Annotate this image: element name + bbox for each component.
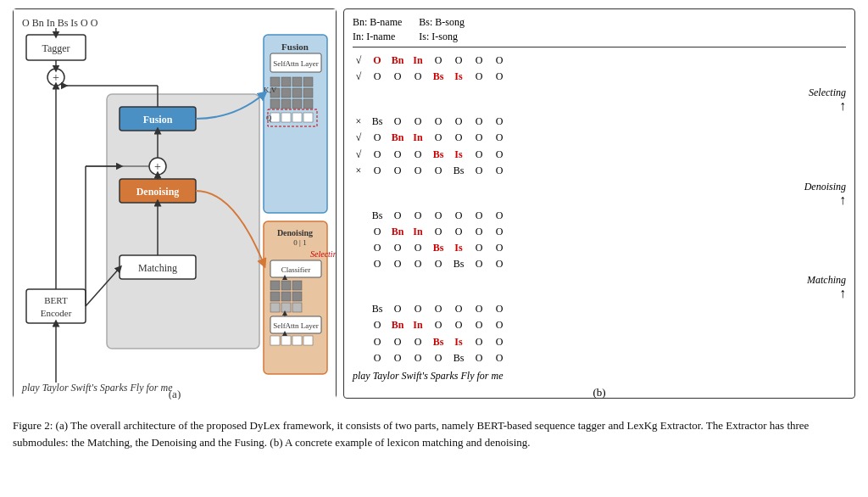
svg-rect-77 <box>303 336 313 345</box>
figure-caption: Figure 2: (a) The overall architecture o… <box>13 417 855 450</box>
svg-rect-74 <box>270 336 280 345</box>
svg-rect-75 <box>281 336 291 345</box>
fusion-row-1: √ O Bn In O O O O <box>353 53 846 69</box>
svg-text:SelfAttn Layer: SelfAttn Layer <box>273 321 319 330</box>
svg-text:K,V: K,V <box>264 86 277 94</box>
svg-rect-40 <box>303 77 313 87</box>
svg-text:Matching: Matching <box>138 262 177 274</box>
denoising-section: Denoising <box>353 181 846 193</box>
svg-rect-51 <box>281 113 291 122</box>
selecting-label: Selecting <box>809 87 846 99</box>
svg-rect-13 <box>107 94 259 349</box>
marker: √ <box>353 69 364 85</box>
svg-rect-64 <box>270 292 280 301</box>
svg-rect-42 <box>281 88 291 98</box>
den-row-4: O O O O Bs O O <box>353 256 846 272</box>
svg-rect-38 <box>281 77 291 87</box>
svg-rect-66 <box>292 292 302 301</box>
svg-rect-8 <box>26 289 86 323</box>
svg-rect-43 <box>292 88 302 98</box>
matching-label: Matching <box>807 274 846 287</box>
input-text-a: play Taylor Swift's Sparks Fly for me <box>21 382 173 394</box>
panel-a: play Taylor Swift's Sparks Fly for me O … <box>13 8 337 399</box>
fusion-rows: √ O Bn In O O O O √ O O O Bs Is O <box>353 53 846 85</box>
svg-text:Selecting: Selecting <box>310 249 336 259</box>
sel-row-2: √ O Bn In O O O O <box>353 130 846 146</box>
svg-text:Fusion: Fusion <box>143 114 173 126</box>
mat-row-2: O Bn In O O O O <box>353 317 846 333</box>
panel-a-svg: play Taylor Swift's Sparks Fly for me O … <box>14 9 336 399</box>
diagram-area: play Taylor Swift's Sparks Fly for me O … <box>13 8 855 399</box>
svg-rect-65 <box>281 292 291 301</box>
svg-rect-46 <box>281 99 291 109</box>
svg-rect-45 <box>270 99 280 109</box>
marker: √ <box>353 53 364 69</box>
svg-rect-67 <box>270 303 280 312</box>
svg-rect-39 <box>292 77 302 87</box>
input-text-b: play Taylor Swift's Sparks Fly for me <box>353 370 846 383</box>
svg-rect-63 <box>292 281 302 290</box>
mat-row-4: O O O O Bs O O <box>353 350 846 366</box>
den-row-2: O Bn In O O O O <box>353 224 846 240</box>
fusion-row-2: √ O O O Bs Is O O <box>353 69 846 85</box>
svg-text:+: + <box>53 71 59 84</box>
sel-row-1: × Bs O O O O O O <box>353 114 846 130</box>
svg-text:Denoising: Denoising <box>277 228 313 237</box>
svg-rect-76 <box>292 336 302 345</box>
sel-row-4: × O O O O Bs O O <box>353 163 846 179</box>
selecting-section: Selecting <box>353 87 846 99</box>
svg-text:Tagger: Tagger <box>42 42 70 54</box>
matching-section: Matching <box>353 274 846 287</box>
mat-row-3: O O O Bs Is O O <box>353 334 846 350</box>
svg-rect-47 <box>292 99 302 109</box>
legend-in: In: I-name <box>353 31 402 43</box>
svg-text:(a): (a) <box>169 388 181 399</box>
panel-b-label: (b) <box>353 386 846 399</box>
legend-left: Bn: B-name In: I-name <box>353 16 402 43</box>
svg-rect-68 <box>281 303 291 312</box>
main-container: play Taylor Swift's Sparks Fly for me O … <box>0 0 868 497</box>
svg-rect-44 <box>303 88 313 98</box>
svg-rect-62 <box>281 281 291 290</box>
panel-b: Bn: B-name In: I-name Bs: B-song Is: I-s… <box>343 8 855 399</box>
svg-rect-69 <box>292 303 302 312</box>
den-row-3: O O O Bs Is O O <box>353 240 846 256</box>
svg-text:Fusion: Fusion <box>281 42 309 52</box>
caption-text: Figure 2: (a) The overall architecture o… <box>13 419 809 449</box>
svg-rect-61 <box>270 281 280 290</box>
svg-rect-50 <box>270 113 280 122</box>
svg-text:+: + <box>154 160 161 173</box>
svg-text:BERT: BERT <box>44 295 68 305</box>
legend-right: Bs: B-song Is: I-song <box>419 16 465 43</box>
svg-text:O  Bn  In  Bs  Is  O  O: O Bn In Bs Is O O <box>22 17 98 29</box>
matching-rows: Bs O O O O O O O Bn In O O O O <box>353 301 846 366</box>
sel-row-3: √ O O O Bs Is O O <box>353 147 846 163</box>
svg-rect-52 <box>292 113 302 122</box>
svg-text:Encoder: Encoder <box>41 308 72 318</box>
svg-text:Classifier: Classifier <box>281 265 311 274</box>
legend-is: Is: I-song <box>419 31 465 43</box>
legend-bn: Bn: B-name <box>353 16 402 29</box>
den-row-1: Bs O O O O O O <box>353 208 846 224</box>
mat-row-1: Bs O O O O O O <box>353 301 846 317</box>
legend: Bn: B-name In: I-name Bs: B-song Is: I-s… <box>353 16 846 47</box>
selecting-rows: × Bs O O O O O O √ O Bn In O O O <box>353 114 846 179</box>
svg-rect-53 <box>303 113 313 122</box>
denoising-rows: Bs O O O O O O O Bn In O O O O <box>353 208 846 273</box>
svg-text:Q: Q <box>266 114 272 122</box>
denoising-label: Denoising <box>804 181 846 193</box>
legend-bs: Bs: B-song <box>419 16 465 29</box>
svg-text:SelfAttn Layer: SelfAttn Layer <box>273 59 319 68</box>
svg-text:Denoising: Denoising <box>136 186 180 198</box>
svg-rect-48 <box>303 99 313 109</box>
svg-text:0 | 1: 0 | 1 <box>293 238 306 247</box>
